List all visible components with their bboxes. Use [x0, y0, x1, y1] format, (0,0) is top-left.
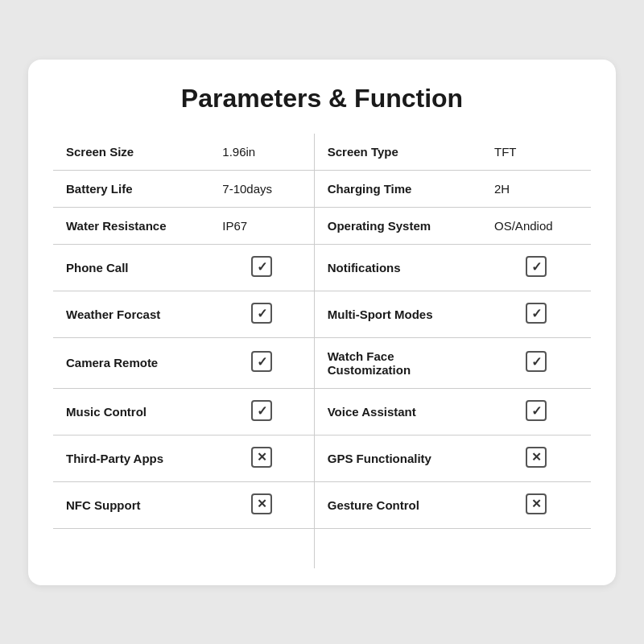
check-icon — [251, 351, 272, 372]
page-title: Parameters & Function — [52, 84, 592, 114]
x-icon — [526, 493, 547, 514]
left-label-6: Music Control — [53, 388, 210, 435]
check-icon — [251, 256, 272, 277]
left-check-4 — [209, 291, 314, 337]
right-check-5 — [481, 337, 591, 388]
left-check-6 — [209, 388, 314, 435]
left-label-7: Third-Party Apps — [53, 435, 210, 481]
left-check-7 — [209, 435, 314, 481]
check-icon — [526, 256, 547, 277]
left-label-4: Weather Forcast — [53, 291, 210, 337]
check-icon — [526, 351, 547, 372]
check-icon — [526, 303, 547, 324]
empty-right — [314, 528, 591, 568]
right-label-7: GPS Functionality — [314, 435, 481, 481]
left-label-5: Camera Remote — [53, 337, 210, 388]
right-check-6 — [481, 388, 591, 435]
right-check-8 — [481, 481, 591, 528]
left-value-2: IP67 — [209, 207, 314, 244]
right-label-4: Multi-Sport Modes — [314, 291, 481, 337]
left-check-8 — [209, 481, 314, 528]
x-icon — [526, 447, 547, 468]
right-check-4 — [481, 291, 591, 337]
right-label-0: Screen Type — [314, 133, 481, 170]
params-table: Screen Size 1.96in Screen Type TFT Batte… — [52, 133, 592, 569]
right-value-2: OS/Andiod — [481, 207, 591, 244]
right-label-2: Operating System — [314, 207, 481, 244]
right-label-8: Gesture Control — [314, 481, 481, 528]
left-label-1: Battery Life — [53, 170, 210, 207]
right-label-1: Charging Time — [314, 170, 481, 207]
left-value-1: 7-10days — [209, 170, 314, 207]
left-label-8: NFC Support — [53, 481, 210, 528]
card: Parameters & Function Screen Size 1.96in… — [28, 60, 616, 585]
right-value-1: 2H — [481, 170, 591, 207]
check-icon — [251, 400, 272, 421]
right-value-0: TFT — [481, 133, 591, 170]
right-check-7 — [481, 435, 591, 481]
left-label-0: Screen Size — [53, 133, 210, 170]
check-icon — [526, 400, 547, 421]
left-value-0: 1.96in — [209, 133, 314, 170]
left-check-3 — [209, 244, 314, 291]
x-icon — [251, 447, 272, 468]
right-label-6: Voice Assistant — [314, 388, 481, 435]
empty-left — [53, 528, 315, 568]
x-icon — [251, 493, 272, 514]
left-check-5 — [209, 337, 314, 388]
left-label-2: Water Resistance — [53, 207, 210, 244]
right-label-5: Watch Face Customization — [314, 337, 481, 388]
left-label-3: Phone Call — [53, 244, 210, 291]
check-icon — [251, 303, 272, 324]
right-label-3: Notifications — [314, 244, 481, 291]
right-check-3 — [481, 244, 591, 291]
